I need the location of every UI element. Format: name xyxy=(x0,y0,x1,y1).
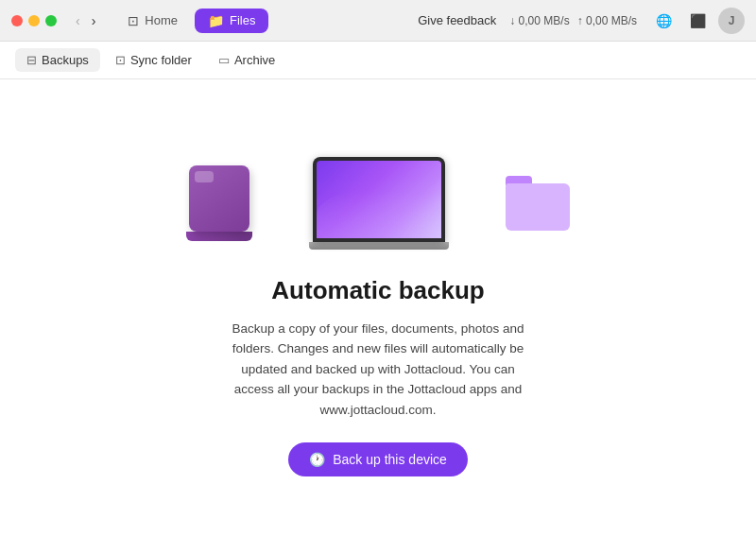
globe-icon[interactable]: 🌐 xyxy=(650,8,677,34)
main-content: Automatic backup Backup a copy of your f… xyxy=(0,79,756,554)
laptop-screen-inner xyxy=(317,161,441,238)
back-up-device-button[interactable]: 🕐 Back up this device xyxy=(288,442,468,476)
nav-tab-home[interactable]: ⊡ Home xyxy=(114,9,191,33)
home-icon: ⊡ xyxy=(128,13,139,28)
clock-icon: 🕐 xyxy=(309,452,325,467)
hdd-body xyxy=(189,165,249,232)
minimize-button[interactable] xyxy=(28,15,40,26)
backup-title: Automatic backup xyxy=(271,276,484,305)
download-speed: ↓ 0,00 MB/s xyxy=(509,14,569,27)
files-icon: 📁 xyxy=(208,13,224,28)
subnav-tab-backups[interactable]: ⊟ Backups xyxy=(15,48,100,72)
subnav: ⊟ Backups ⊡ Sync folder ▭ Archive xyxy=(0,42,756,79)
back-arrow[interactable]: ‹ xyxy=(72,11,84,30)
backup-description: Backup a copy of your files, documents, … xyxy=(227,319,529,421)
speed-info: ↓ 0,00 MB/s ↑ 0,00 MB/s xyxy=(509,14,637,27)
subnav-tab-archive[interactable]: ▭ Archive xyxy=(207,48,286,72)
titlebar-icons: 🌐 ⬛ J xyxy=(650,8,745,34)
maximize-button[interactable] xyxy=(45,15,57,26)
nav-tabs: ⊡ Home 📁 Files xyxy=(114,9,410,33)
hdd-shine xyxy=(195,171,214,182)
hdd-base xyxy=(186,232,252,241)
titlebar: ‹ › ⊡ Home 📁 Files Give feedback ↓ 0,00 … xyxy=(0,0,756,42)
nav-tab-files[interactable]: 📁 Files xyxy=(195,9,268,33)
laptop-screen xyxy=(313,157,445,242)
laptop-wallpaper-wave xyxy=(317,191,441,237)
sync-icon: ⊡ xyxy=(115,53,126,67)
backups-icon: ⊟ xyxy=(26,53,37,67)
nav-arrows: ‹ › xyxy=(72,11,99,30)
laptop-base xyxy=(309,242,449,250)
folder-illustration xyxy=(506,176,570,231)
give-feedback-link[interactable]: Give feedback xyxy=(418,13,496,27)
close-button[interactable] xyxy=(11,15,23,26)
hdd-illustration xyxy=(186,165,252,241)
upload-icon[interactable]: ⬛ xyxy=(684,8,711,34)
folder-body xyxy=(506,183,570,231)
subnav-tab-sync-folder[interactable]: ⊡ Sync folder xyxy=(104,48,203,72)
avatar[interactable]: J xyxy=(718,8,745,34)
laptop-illustration xyxy=(309,157,449,250)
illustration-row xyxy=(186,157,570,250)
upload-speed: ↑ 0,00 MB/s xyxy=(577,14,637,27)
archive-icon: ▭ xyxy=(218,53,230,67)
forward-arrow[interactable]: › xyxy=(88,11,100,30)
traffic-lights xyxy=(11,15,57,26)
titlebar-right: Give feedback ↓ 0,00 MB/s ↑ 0,00 MB/s 🌐 … xyxy=(418,8,745,34)
cta-label: Back up this device xyxy=(333,452,447,467)
